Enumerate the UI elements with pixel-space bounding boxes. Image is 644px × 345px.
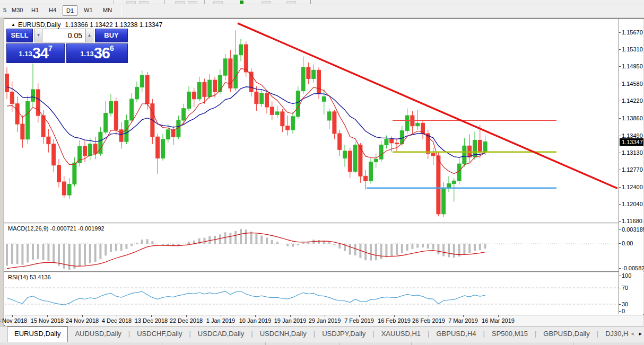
date-tick <box>255 315 256 317</box>
rsi-pane[interactable]: RSI(14) 53.4136 <box>5 273 619 314</box>
top-toolbar <box>0 0 644 4</box>
date-axis-label: 24 Nov 2018 <box>66 317 99 324</box>
timeframe-button-mn[interactable]: MN <box>100 5 115 16</box>
toolbar-separator <box>114 0 114 4</box>
date-tick <box>221 315 221 317</box>
date-tick <box>394 315 395 317</box>
one-click-trade-panel: SELL ▼ 0.05 ▲ BUY 1.13347 1.13366 <box>6 29 128 63</box>
tab-gbpusd-daily[interactable]: GBPUSD,Daily <box>536 326 596 342</box>
toolbar-separator <box>121 5 121 16</box>
sell-price-panel[interactable]: 1.13347 <box>6 43 65 63</box>
rsi-axis-label: 70 <box>622 285 628 291</box>
descending-trendline <box>238 23 617 189</box>
date-axis-label: 29 Jan 2019 <box>309 317 341 324</box>
price-axis-label: 1.12770 <box>622 166 643 173</box>
status-strip <box>0 342 644 345</box>
chart-symbol-label: EURUSD,Daily <box>18 21 61 29</box>
date-tick <box>82 315 83 317</box>
buy-price-sup: 6 <box>110 44 114 52</box>
sell-price-big: 34 <box>32 45 48 61</box>
volume-increase-button[interactable]: ▲ <box>85 29 93 42</box>
macd-pane[interactable]: MACD(12,26,9) -0.000721 -0.001992 <box>5 224 619 271</box>
chart-header: ▲EURUSD,Daily1.13366 1.13422 1.13238 1.1… <box>11 21 162 29</box>
timeframe-button-d1[interactable]: D1 <box>63 5 77 16</box>
date-axis: 6 Nov 201815 Nov 201824 Nov 20184 Dec 20… <box>5 315 643 326</box>
axis-tick <box>619 66 621 67</box>
axis-tick <box>619 311 621 312</box>
tab-gbpusd-h4[interactable]: GBPUSD,H4 <box>429 326 483 342</box>
tab-usdcad-daily[interactable]: USDCAD,Daily <box>191 326 251 342</box>
date-axis-label: 26 Feb 2019 <box>412 317 445 324</box>
collapse-triangle-icon[interactable]: ▲ <box>11 22 15 27</box>
price-axis-label: 1.14580 <box>622 81 643 87</box>
macd-axis-label: -0.005827 <box>622 265 644 271</box>
date-tick <box>117 315 117 317</box>
tab-sp500-m15[interactable]: SP500,M15 <box>485 326 535 342</box>
rsi-line <box>7 291 485 305</box>
sell-button[interactable]: SELL <box>6 29 33 42</box>
date-tick <box>47 315 48 317</box>
price-axis-label: 1.14950 <box>622 63 643 69</box>
tab-usdcnh-daily[interactable]: USDCNH,Daily <box>253 326 314 342</box>
date-tick <box>151 315 152 317</box>
rsi-axis-label: 100 <box>622 272 631 279</box>
rsi-chart <box>5 273 619 314</box>
price-chart-pane[interactable]: ▲EURUSD,Daily1.13366 1.13422 1.13238 1.1… <box>5 19 619 223</box>
axis-tick <box>619 118 621 119</box>
buy-button[interactable]: BUY <box>95 29 128 42</box>
price-axis-label: 1.13860 <box>622 115 643 121</box>
axis-tick <box>619 187 621 188</box>
date-axis-label: 10 Jan 2019 <box>239 317 272 324</box>
axis-tick <box>619 32 621 33</box>
sell-price-sup: 7 <box>48 44 53 52</box>
price-axis: 1.13347 1.156701.153101.149501.145801.14… <box>619 19 643 314</box>
tab-audusd-daily[interactable]: AUDUSD,Daily <box>68 326 128 342</box>
date-axis-label: 16 Feb 2019 <box>378 317 411 324</box>
date-tick <box>429 315 429 317</box>
date-tick <box>498 315 499 317</box>
date-tick <box>463 315 464 317</box>
volume-input[interactable]: 0.05 <box>42 29 85 42</box>
macd-axis-label: 0.00 <box>622 240 633 246</box>
date-axis-label: 4 Dec 2018 <box>102 317 132 324</box>
tab-usdjpy-daily[interactable]: USDJPY,Daily <box>315 326 372 342</box>
axis-tick <box>619 49 621 50</box>
date-axis-label: 15 Nov 2018 <box>31 317 64 324</box>
axis-tick <box>619 84 621 84</box>
date-tick <box>359 315 360 317</box>
date-tick <box>186 315 187 317</box>
axis-tick <box>619 204 621 205</box>
tab-eurusd-daily[interactable]: EURUSD,Daily <box>7 326 68 342</box>
date-axis-label: 16 Mar 2019 <box>482 317 515 324</box>
toolbar-separator <box>164 0 165 4</box>
timeframe-button-h1[interactable]: H1 <box>28 5 42 16</box>
tab-scroll-right-icon[interactable]: ▸ <box>639 330 642 337</box>
macd-axis-label: 0.003185 <box>622 226 644 233</box>
date-axis-label: 22 Dec 2018 <box>170 317 203 324</box>
price-axis-label: 1.15670 <box>622 29 643 36</box>
date-tick <box>290 315 291 317</box>
timeframe-button-m30[interactable]: M30 <box>8 5 26 16</box>
axis-tick <box>619 101 621 101</box>
timeframe-toolbar: 5M30H1H4D1W1MN <box>0 4 644 17</box>
price-axis-label: 1.15310 <box>622 46 643 52</box>
volume-decrease-button[interactable]: ▼ <box>34 29 42 42</box>
price-axis-label: 1.14220 <box>622 98 643 104</box>
date-axis-label: 6 Nov 2018 <box>0 317 27 324</box>
tab-usdchf-daily[interactable]: USDCHF,Daily <box>130 326 189 342</box>
tab-xauusd-h1[interactable]: XAUUSD,H1 <box>375 326 428 342</box>
current-price-badge: 1.13347 <box>620 138 643 146</box>
date-axis-label: 13 Dec 2018 <box>135 317 168 324</box>
tab-scroll-left-icon[interactable]: ◂ <box>631 330 634 337</box>
date-axis-label: 19 Jan 2019 <box>274 317 307 324</box>
timeframe-button-h4[interactable]: H4 <box>46 5 59 16</box>
symbol-tab-bar: EURUSD,DailyAUDUSD,Daily|USDCHF,Daily|US… <box>0 326 644 342</box>
axis-tick <box>619 304 621 305</box>
date-tick <box>12 315 13 317</box>
timeframe-button-w1[interactable]: W1 <box>81 5 96 16</box>
buy-price-panel[interactable]: 1.13366 <box>66 43 128 63</box>
tab-scroll-controls: ◂ ▸ <box>629 330 642 337</box>
axis-tick <box>619 153 621 153</box>
price-axis-label: 1.13130 <box>622 149 643 156</box>
macd-label: MACD(12,26,9) -0.000721 -0.001992 <box>8 225 105 232</box>
